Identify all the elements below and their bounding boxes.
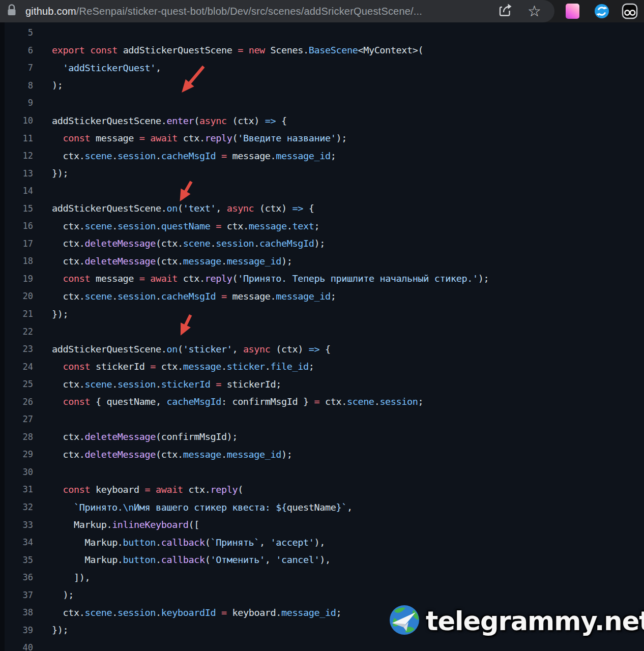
code-line: ctx.scene.session.cacheMsgId = message.m… — [52, 151, 336, 161]
code-row: 19 const message = await ctx.reply('Прин… — [0, 270, 644, 288]
line-number[interactable]: 17 — [0, 239, 33, 249]
line-number[interactable]: 35 — [0, 555, 33, 565]
window-left-edge — [0, 22, 5, 651]
code-line: const message = await ctx.reply('Принято… — [52, 273, 489, 284]
share-icon[interactable] — [497, 2, 514, 21]
line-number[interactable]: 33 — [0, 520, 33, 530]
watermark-text: telegrammy.net — [426, 606, 644, 636]
code-line: ctx.scene.session.keyboardId = keyboard.… — [52, 607, 341, 618]
line-number[interactable]: 40 — [0, 642, 33, 651]
code-line: addStickerQuestScene.enter(async (ctx) =… — [52, 115, 287, 126]
code-row: 40 — [0, 639, 644, 651]
bookmark-star-icon[interactable]: ☆ — [528, 4, 541, 19]
code-row: 20 ctx.scene.session.cacheMsgId = messag… — [0, 287, 644, 305]
line-number[interactable]: 30 — [0, 467, 33, 477]
line-number[interactable]: 16 — [0, 221, 33, 231]
url-domain: github.com — [25, 6, 76, 17]
code-row: 34 Markup.button.callback(`Принять`, 'ac… — [0, 534, 644, 551]
code-line: }); — [52, 309, 68, 319]
code-line: Markup.button.callback('Отменить', 'canc… — [52, 554, 331, 565]
code-line: const message = await ctx.reply('Введите… — [52, 133, 347, 143]
code-row: 24 const stickerId = ctx.message.sticker… — [0, 358, 644, 375]
code-row: 8); — [0, 77, 644, 95]
line-number[interactable]: 7 — [0, 63, 33, 73]
code-line: ); — [52, 589, 74, 600]
line-number[interactable]: 15 — [0, 203, 33, 214]
line-number[interactable]: 18 — [0, 256, 33, 266]
code-row: 23addStickerQuestScene.on('sticker', asy… — [0, 340, 644, 358]
line-number[interactable]: 31 — [0, 484, 33, 494]
code-line: ctx.scene.session.stickerId = stickerId; — [52, 379, 281, 390]
code-row: 22 — [0, 322, 644, 340]
line-number[interactable]: 13 — [0, 168, 33, 179]
code-row: 31 const keyboard = await ctx.reply( — [0, 481, 644, 498]
line-number[interactable]: 6 — [0, 45, 33, 55]
code-row: 15addStickerQuestScene.on('text', async … — [0, 199, 644, 217]
code-line: ctx.deleteMessage(ctx.message.message_id… — [52, 449, 292, 460]
line-number[interactable]: 27 — [0, 414, 33, 424]
line-number[interactable]: 19 — [0, 274, 33, 284]
address-bar[interactable]: github.com/ReSenpai/sticker-quest-bot/bl… — [0, 0, 554, 22]
code-row: 33 Markup.inlineKeyboard([ — [0, 516, 644, 534]
code-row: 13}); — [0, 164, 644, 182]
line-number[interactable]: 25 — [0, 379, 33, 389]
globe-paper-plane-icon — [388, 604, 421, 638]
code-row: 14 — [0, 182, 644, 200]
code-row: 5 — [0, 24, 644, 42]
sync-extension-icon[interactable] — [594, 4, 609, 21]
code-row: 29 ctx.deleteMessage(ctx.message.message… — [0, 446, 644, 463]
line-number[interactable]: 5 — [0, 27, 33, 38]
line-number[interactable]: 21 — [0, 309, 33, 319]
line-number[interactable]: 22 — [0, 327, 33, 337]
code-row: 10addStickerQuestScene.enter(async (ctx)… — [0, 112, 644, 130]
code-line: addStickerQuestScene.on('sticker', async… — [52, 344, 331, 354]
code-row: 25 ctx.scene.session.stickerId = sticker… — [0, 375, 644, 393]
lock-icon[interactable] — [5, 3, 18, 19]
line-number[interactable]: 9 — [0, 98, 33, 108]
line-number[interactable]: 32 — [0, 502, 33, 512]
code-row: 16 ctx.scene.session.questName = ctx.mes… — [0, 217, 644, 235]
code-row: 18 ctx.deleteMessage(ctx.message.message… — [0, 252, 644, 270]
line-number[interactable]: 28 — [0, 432, 33, 442]
line-number[interactable]: 24 — [0, 362, 33, 372]
watermark: telegrammy.net — [388, 603, 644, 639]
line-number[interactable]: 14 — [0, 186, 33, 196]
line-number[interactable]: 11 — [0, 133, 33, 143]
code-line: ctx.scene.session.cacheMsgId = message.m… — [52, 291, 336, 302]
line-number[interactable]: 8 — [0, 80, 33, 91]
code-row: 28 ctx.deleteMessage(confirmMsgId); — [0, 428, 644, 446]
line-number[interactable]: 37 — [0, 590, 33, 600]
code-line: ctx.deleteMessage(confirmMsgId); — [52, 431, 238, 442]
code-row: 21}); — [0, 305, 644, 323]
code-line: const keyboard = await ctx.reply( — [52, 484, 243, 495]
code-row: 27 — [0, 410, 644, 428]
line-number[interactable]: 34 — [0, 537, 33, 547]
line-number[interactable]: 10 — [0, 115, 33, 126]
code-line: ctx.deleteMessage(ctx.message.message_id… — [52, 256, 292, 267]
code-row: 32 `Принято.\nИмя вашего стикер квеста: … — [0, 498, 644, 516]
line-number[interactable]: 36 — [0, 572, 33, 582]
line-number[interactable]: 20 — [0, 291, 33, 301]
code-line: `Принято.\nИмя вашего стикер квеста: ${q… — [52, 502, 353, 513]
url-text[interactable]: github.com/ReSenpai/sticker-quest-bot/bl… — [25, 6, 497, 17]
url-path: /ReSenpai/sticker-quest-bot/blob/Dev/src… — [76, 6, 422, 17]
code-row: 11 const message = await ctx.reply('Введ… — [0, 129, 644, 147]
line-number[interactable]: 23 — [0, 344, 33, 354]
pink-extension-icon[interactable] — [566, 4, 579, 19]
browser-toolbar: github.com/ReSenpai/sticker-quest-bot/bl… — [0, 0, 644, 22]
code-row: 35 Markup.button.callback('Отменить', 'c… — [0, 551, 644, 569]
reader-extension-icon[interactable] — [622, 3, 638, 21]
code-line: Markup.inlineKeyboard([ — [52, 519, 199, 530]
line-number[interactable]: 26 — [0, 397, 33, 407]
code-row: 17 ctx.deleteMessage(ctx.scene.session.c… — [0, 235, 644, 253]
code-row: 6export const addStickerQuestScene = new… — [0, 42, 644, 60]
code-row: 36 ]), — [0, 569, 644, 586]
line-number[interactable]: 38 — [0, 607, 33, 617]
code-row: 9 — [0, 94, 644, 112]
line-number[interactable]: 39 — [0, 625, 33, 635]
code-line: Markup.button.callback(`Принять`, 'accep… — [52, 537, 325, 548]
code-line: ctx.deleteMessage(ctx.scene.session.cach… — [52, 238, 325, 249]
line-number[interactable]: 12 — [0, 151, 33, 161]
code-row: 12 ctx.scene.session.cacheMsgId = messag… — [0, 147, 644, 165]
line-number[interactable]: 29 — [0, 449, 33, 459]
